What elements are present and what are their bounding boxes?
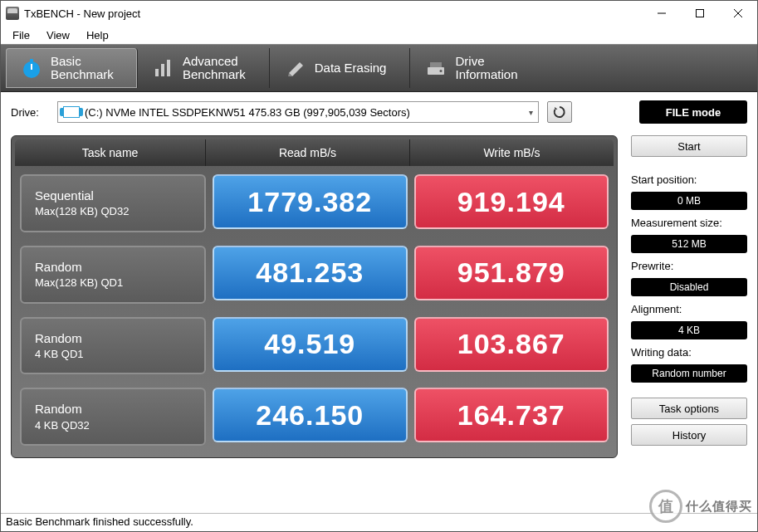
tabstrip: Basic Benchmark Advanced Benchmark Data … [1,44,757,92]
start-button[interactable]: Start [631,135,747,157]
read-value: 481.253 [213,246,408,300]
read-value: 1779.382 [213,174,408,229]
statusbar: Basic Benchmark finished successfully. [1,513,757,531]
write-value: 103.867 [414,317,609,372]
svg-point-11 [440,70,443,72]
menu-help[interactable]: Help [80,27,115,43]
write-value: 164.737 [414,388,609,442]
tab-info-line2: Information [455,68,517,82]
maximize-button[interactable] [681,1,719,26]
write-value: 951.879 [414,246,609,300]
svg-rect-12 [430,62,442,67]
alignment-label: Alignment: [631,301,747,316]
header-read: Read mB/s [206,139,410,166]
drive-label: Drive: [11,106,49,119]
watermark: 值 什么值得买 [649,490,752,523]
status-text: Basic Benchmark finished successfully. [6,515,193,528]
watermark-badge: 值 [649,490,682,523]
svg-rect-7 [155,69,159,76]
task-random-4kb-qd1: Random 4 KB QD1 [20,317,206,375]
tab-basic-line2: Benchmark [51,68,114,82]
tab-erasing-label: Data Erasing [315,61,387,76]
write-value: 919.194 [414,174,609,229]
result-row: Sequential Max(128 KB) QD32 1779.382 919… [12,174,617,232]
window-controls [643,1,757,26]
svg-rect-9 [167,60,170,76]
chevron-down-icon: ▾ [529,108,533,117]
tab-advanced-line1: Advanced [183,55,246,69]
main-area: Task name Read mB/s Write mB/s Sequentia… [1,129,757,458]
result-row: Random 4 KB QD32 246.150 164.737 [12,388,617,446]
eraser-icon [285,57,306,79]
svg-rect-8 [161,64,164,76]
tab-basic-benchmark[interactable]: Basic Benchmark [6,48,138,88]
results-panel: Task name Read mB/s Write mB/s Sequentia… [11,135,618,458]
task-random-4kb-qd32: Random 4 KB QD32 [20,388,206,446]
svg-rect-1 [697,10,704,17]
start-position-value: 0 MB [631,192,747,210]
watermark-text: 什么值得买 [686,499,752,515]
drive-select[interactable]: (C:) NVMe INTEL SSDPEKNW51 475.83 GB (99… [57,101,539,123]
alignment-value: 4 KB [631,321,747,339]
start-position-label: Start position: [631,172,747,187]
close-icon [734,9,742,17]
drive-selected-text: (C:) NVMe INTEL SSDPEKNW51 475.83 GB (99… [85,106,410,119]
menubar: File View Help [1,26,757,44]
disk-icon [63,106,80,118]
menu-view[interactable]: View [40,27,76,43]
tab-info-line1: Drive [455,55,517,69]
bars-icon [153,57,174,79]
minimize-button[interactable] [643,1,681,26]
close-button[interactable] [719,1,757,26]
maximize-icon [696,9,704,17]
result-row: Random 4 KB QD1 49.519 103.867 [12,317,617,375]
tab-data-erasing[interactable]: Data Erasing [270,48,411,88]
results-header: Task name Read mB/s Write mB/s [15,139,614,166]
drive-row: Drive: (C:) NVMe INTEL SSDPEKNW51 475.83… [1,92,757,129]
window-title: TxBENCH - New project [24,7,140,20]
measurement-size-label: Measurement size: [631,215,747,230]
measurement-size-value: 512 MB [631,235,747,253]
refresh-icon [553,105,566,119]
prewrite-label: Prewrite: [631,258,747,273]
task-random-max-qd1: Random Max(128 KB) QD1 [20,246,206,304]
titlebar: TxBENCH - New project [1,1,757,26]
history-button[interactable]: History [631,424,747,446]
task-sequential-qd32: Sequential Max(128 KB) QD32 [20,174,206,232]
writing-data-value: Random number [631,364,747,383]
menu-file[interactable]: File [6,27,37,43]
tab-advanced-benchmark[interactable]: Advanced Benchmark [138,48,270,88]
tab-basic-line1: Basic [51,55,114,69]
refresh-button[interactable] [547,101,572,123]
sidebar: Start Start position: 0 MB Measurement s… [631,135,747,458]
minimize-icon [658,9,666,17]
header-task: Task name [15,139,206,166]
read-value: 246.150 [213,388,408,442]
tab-drive-information[interactable]: Drive Information [410,48,540,88]
prewrite-value: Disabled [631,278,747,296]
app-icon [6,7,19,20]
read-value: 49.519 [213,317,408,372]
tab-advanced-line2: Benchmark [183,68,246,82]
result-row: Random Max(128 KB) QD1 481.253 951.879 [12,246,617,304]
drive-icon [425,57,447,79]
writing-data-label: Writing data: [631,344,747,359]
file-mode-button[interactable]: FILE mode [639,100,747,124]
svg-rect-5 [30,59,33,62]
stopwatch-icon [21,57,42,79]
header-write: Write mB/s [410,139,614,166]
task-options-button[interactable]: Task options [631,398,747,419]
